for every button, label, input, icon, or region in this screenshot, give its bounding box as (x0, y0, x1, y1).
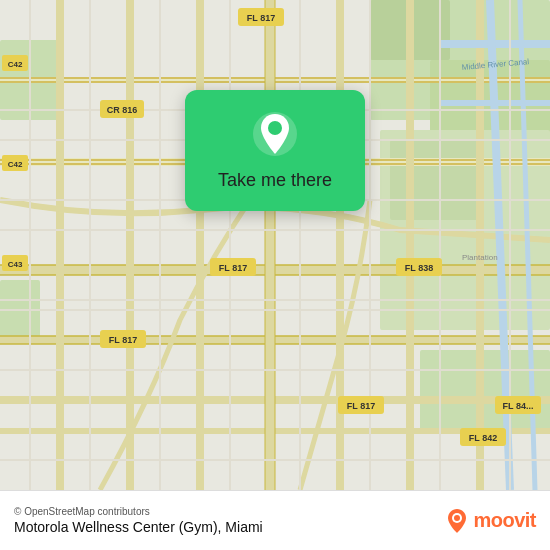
svg-point-75 (268, 121, 282, 135)
svg-rect-23 (56, 0, 64, 490)
svg-text:FL 817: FL 817 (109, 335, 137, 345)
svg-rect-29 (336, 0, 344, 490)
svg-text:FL 817: FL 817 (219, 263, 247, 273)
svg-text:FL 842: FL 842 (469, 433, 497, 443)
svg-rect-31 (476, 0, 484, 490)
take-me-there-label: Take me there (218, 170, 332, 191)
svg-rect-7 (390, 140, 480, 220)
svg-text:C42: C42 (8, 60, 23, 69)
svg-point-77 (454, 515, 460, 521)
bottom-left: © OpenStreetMap contributors Motorola We… (14, 506, 263, 535)
svg-text:C43: C43 (8, 260, 23, 269)
location-name: Motorola Wellness Center (Gym), Miami (14, 519, 263, 535)
moovit-logo-icon (445, 507, 469, 535)
svg-text:CR 816: CR 816 (107, 105, 138, 115)
svg-rect-24 (126, 0, 134, 490)
svg-rect-25 (196, 0, 204, 490)
svg-text:FL 84...: FL 84... (503, 401, 534, 411)
map-container: FL 817 CR 816 FL 817 FL 838 FL 817 FL 81… (0, 0, 550, 490)
bottom-bar: © OpenStreetMap contributors Motorola We… (0, 490, 550, 550)
svg-rect-26 (265, 0, 275, 490)
svg-text:FL 838: FL 838 (405, 263, 433, 273)
location-card[interactable]: Take me there (185, 90, 365, 211)
svg-rect-30 (406, 0, 414, 490)
moovit-text: moovit (473, 509, 536, 532)
svg-text:FL 817: FL 817 (247, 13, 275, 23)
svg-text:C42: C42 (8, 160, 23, 169)
svg-text:Plantation: Plantation (462, 253, 498, 262)
moovit-logo: moovit (445, 507, 536, 535)
svg-text:FL 817: FL 817 (347, 401, 375, 411)
location-pin-icon (251, 110, 299, 158)
attribution-text: © OpenStreetMap contributors (14, 506, 263, 517)
